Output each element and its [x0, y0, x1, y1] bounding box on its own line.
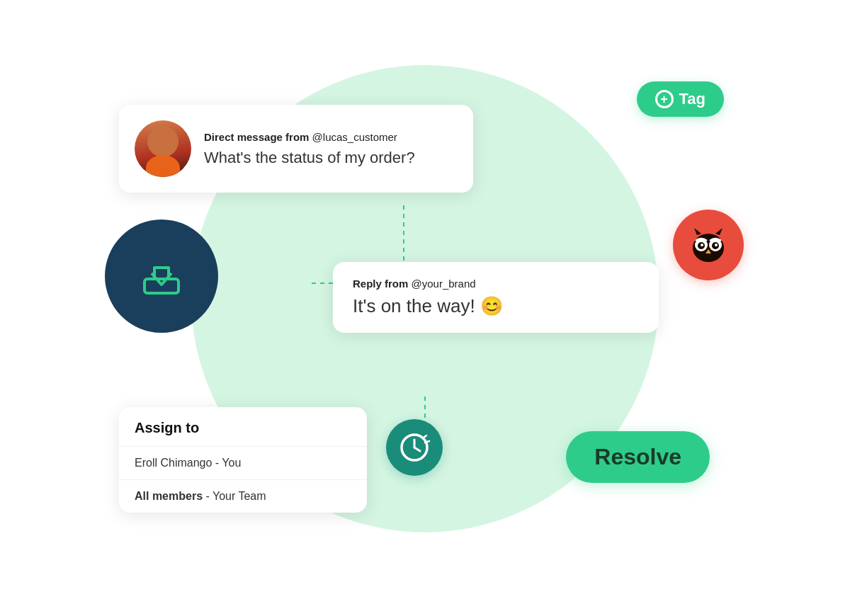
- clock-circle: [386, 419, 443, 476]
- svg-marker-13: [715, 228, 722, 235]
- dm-message: What's the status of my order?: [204, 149, 453, 167]
- dm-content: Direct message from @lucas_customer What…: [204, 131, 453, 167]
- avatar-face: [147, 126, 178, 157]
- assign-header: Assign to: [119, 407, 367, 447]
- scene: + Tag Direct message from @lucas_custome…: [0, 0, 850, 616]
- inbox-icon: [139, 253, 184, 299]
- avatar: [135, 120, 191, 177]
- assign-card: Assign to Eroll Chimango - You All membe…: [119, 407, 367, 513]
- resolve-badge[interactable]: Resolve: [566, 431, 710, 483]
- tag-button[interactable]: + Tag: [637, 81, 724, 117]
- svg-rect-3: [144, 279, 178, 293]
- owl-icon: [686, 222, 731, 268]
- inbox-circle: [105, 219, 218, 333]
- reply-header: Reply from @your_brand: [353, 278, 639, 290]
- tag-plus-icon: +: [655, 90, 674, 108]
- svg-point-10: [715, 244, 718, 246]
- tag-label: Tag: [679, 90, 706, 108]
- dm-card: Direct message from @lucas_customer What…: [119, 105, 473, 193]
- reply-message: It's on the way! 😊: [353, 295, 639, 317]
- hootsuite-owl-circle: [673, 210, 744, 280]
- svg-marker-12: [694, 228, 701, 235]
- reply-card: Reply from @your_brand It's on the way! …: [333, 262, 659, 333]
- clock-icon: [398, 431, 431, 464]
- svg-line-17: [423, 435, 426, 438]
- svg-point-9: [701, 244, 703, 246]
- assign-row-1[interactable]: Eroll Chimango - You: [119, 447, 367, 480]
- resolve-label: Resolve: [594, 444, 681, 469]
- dm-header: Direct message from @lucas_customer: [204, 131, 453, 143]
- assign-row-2[interactable]: All members - Your Team: [119, 480, 367, 513]
- svg-line-16: [414, 447, 420, 451]
